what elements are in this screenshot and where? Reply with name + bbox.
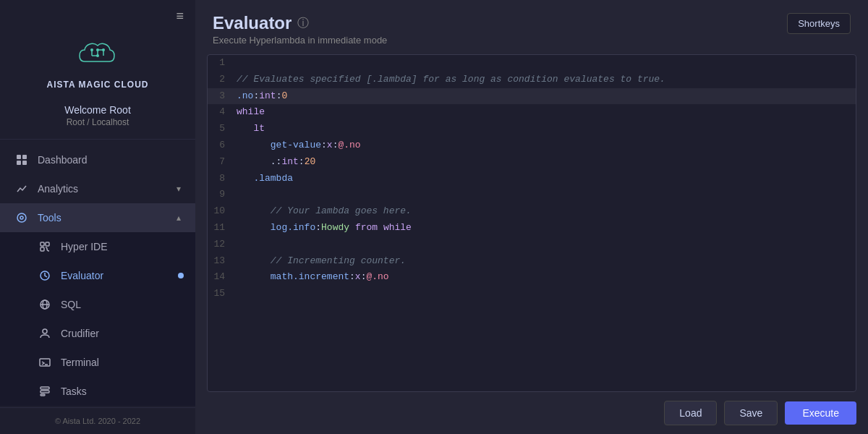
sidebar-item-sql[interactable]: SQL — [0, 290, 195, 319]
line-number: 12 — [208, 237, 234, 253]
code-table: 1 2 // Evaluates specified [.lambda] for… — [208, 55, 856, 302]
app-name: AISTA MAGIC CLOUD — [47, 80, 149, 90]
svg-rect-12 — [22, 161, 27, 165]
table-row: 4 while — [208, 104, 856, 121]
table-row: 8 .lambda — [208, 171, 856, 187]
evaluator-label: Evaluator — [61, 270, 103, 281]
user-path: Root / Localhost — [0, 117, 195, 127]
svg-rect-11 — [17, 161, 21, 165]
terminal-icon — [38, 355, 52, 370]
bottom-bar: Load Save Execute — [195, 392, 868, 434]
line-content: while — [234, 104, 856, 121]
svg-rect-10 — [22, 155, 27, 159]
table-row: 10 // Your lambda goes here. — [208, 203, 856, 220]
crudifier-label: Crudifier — [61, 328, 99, 339]
line-content: // Evaluates specified [.lambda] for as … — [234, 72, 856, 88]
grid-icon — [14, 153, 29, 167]
dashboard-label: Dashboard — [38, 154, 181, 166]
table-row: 2 // Evaluates specified [.lambda] for a… — [208, 72, 856, 88]
line-content — [234, 237, 856, 253]
svg-rect-17 — [41, 247, 44, 251]
analytics-label: Analytics — [38, 183, 176, 195]
line-number: 6 — [208, 137, 234, 154]
tasks-label: Tasks — [61, 386, 87, 397]
line-content: math.increment:x:@.no — [234, 269, 856, 286]
svg-rect-26 — [41, 391, 49, 393]
sidebar-item-crudifier[interactable]: Crudifier — [0, 319, 195, 348]
line-number: 5 — [208, 121, 234, 137]
sidebar-item-analytics[interactable]: Analytics ▾ — [0, 174, 195, 203]
load-button[interactable]: Load — [664, 401, 717, 425]
main-title: Evaluator ⓘ — [213, 13, 387, 33]
table-row: 12 — [208, 237, 856, 253]
svg-point-6 — [96, 54, 99, 57]
title-area: Evaluator ⓘ Execute Hyperlambda in immed… — [213, 13, 387, 46]
table-row: 3 .no:int:0 — [208, 88, 856, 105]
line-content: log.info:Howdy from while — [234, 220, 856, 237]
table-row: 7 .:int:20 — [208, 154, 856, 171]
sidebar-item-dashboard[interactable]: Dashboard — [0, 145, 195, 174]
table-row: 15 — [208, 286, 856, 302]
execute-button[interactable]: Execute — [785, 401, 856, 425]
line-content: .lambda — [234, 171, 856, 187]
tasks-icon — [38, 384, 52, 399]
line-content: // Your lambda goes here. — [234, 203, 856, 220]
line-number: 2 — [208, 72, 234, 88]
table-row: 11 log.info:Howdy from while — [208, 220, 856, 237]
line-number: 9 — [208, 187, 234, 203]
line-content — [234, 55, 856, 72]
sidebar-item-hyper-ide[interactable]: Hyper IDE — [0, 232, 195, 261]
person-icon — [38, 326, 52, 341]
tools-icon — [14, 210, 29, 225]
table-row: 6 get-value:x:@.no — [208, 137, 856, 154]
table-row: 1 — [208, 55, 856, 72]
line-content: .no:int:0 — [234, 88, 856, 105]
shortkeys-button[interactable]: Shortkeys — [787, 13, 851, 34]
sidebar-item-tasks[interactable]: Tasks — [0, 377, 195, 406]
sidebar-item-terminal[interactable]: Terminal — [0, 348, 195, 377]
analytics-icon — [14, 182, 29, 196]
svg-rect-25 — [41, 387, 49, 389]
user-name: Welcome Root — [0, 104, 195, 116]
globe-icon — [38, 297, 52, 312]
line-content — [234, 187, 856, 203]
line-number: 14 — [208, 269, 234, 286]
analytics-chevron-icon: ▾ — [176, 184, 181, 194]
hamburger-icon[interactable]: ≡ — [176, 9, 184, 24]
terminal-label: Terminal — [61, 357, 99, 368]
svg-rect-27 — [41, 394, 45, 396]
svg-point-14 — [20, 216, 23, 219]
line-content: get-value:x:@.no — [234, 137, 856, 154]
svg-point-22 — [43, 329, 47, 333]
save-button[interactable]: Save — [724, 401, 778, 425]
line-number: 10 — [208, 203, 234, 220]
tools-subnav: Hyper IDE Evaluator — [0, 232, 195, 406]
line-number: 8 — [208, 171, 234, 187]
table-row: 14 math.increment:x:@.no — [208, 269, 856, 286]
sidebar: ≡ AISTA MAGIC CLOUD Welcome Root Root / … — [0, 0, 195, 434]
line-number: 13 — [208, 253, 234, 270]
line-content: // Incrementing counter. — [234, 253, 856, 270]
line-number: 4 — [208, 104, 234, 121]
code-editor[interactable]: 1 2 // Evaluates specified [.lambda] for… — [207, 54, 856, 392]
page-title: Evaluator — [213, 13, 292, 33]
line-content: lt — [234, 121, 856, 137]
active-indicator — [178, 273, 184, 278]
sidebar-footer: © Aista Ltd. 2020 - 2022 — [0, 407, 195, 434]
main-content: Evaluator ⓘ Execute Hyperlambda in immed… — [195, 0, 868, 434]
svg-rect-16 — [46, 242, 49, 246]
line-number: 7 — [208, 154, 234, 171]
svg-point-8 — [96, 48, 99, 51]
sidebar-item-tools[interactable]: Tools ▴ — [0, 203, 195, 232]
line-content: .:int:20 — [234, 154, 856, 171]
help-icon[interactable]: ⓘ — [297, 16, 309, 31]
puzzle-icon — [38, 239, 52, 254]
line-number: 1 — [208, 55, 234, 72]
line-number: 11 — [208, 220, 234, 237]
sidebar-item-evaluator[interactable]: Evaluator — [0, 261, 195, 290]
tools-label: Tools — [38, 212, 176, 224]
table-row: 13 // Incrementing counter. — [208, 253, 856, 270]
clock-icon — [38, 268, 52, 283]
table-row: 5 lt — [208, 121, 856, 137]
nav-section: Dashboard Analytics ▾ Tools ▴ — [0, 140, 195, 407]
